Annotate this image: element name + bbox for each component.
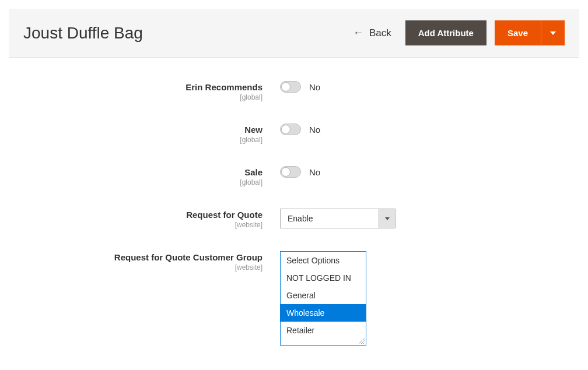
back-link[interactable]: ← Back: [347, 27, 397, 39]
toggle-value-text: No: [309, 125, 320, 135]
multiselect-option[interactable]: Select Options: [281, 252, 366, 269]
toggle-knob-icon: [281, 125, 290, 134]
arrow-left-icon: ←: [353, 27, 363, 39]
select-dropdown-button[interactable]: [379, 209, 395, 228]
field-control: Enable: [280, 209, 576, 228]
caret-down-icon: [550, 31, 556, 35]
label-text: New: [12, 125, 262, 135]
field-label: Request for Quote [website]: [12, 209, 280, 229]
label-scope: [website]: [12, 263, 262, 272]
sale-toggle[interactable]: [280, 166, 301, 178]
toggle-knob-icon: [281, 82, 290, 91]
field-request-for-quote: Request for Quote [website] Enable: [12, 209, 576, 229]
erin-recommends-toggle[interactable]: [280, 81, 301, 93]
label-scope: [global]: [12, 178, 262, 186]
back-label: Back: [369, 27, 391, 39]
multiselect-option[interactable]: NOT LOGGED IN: [281, 269, 366, 287]
label-text: Sale: [12, 167, 262, 177]
label-text: Erin Recommends: [12, 82, 262, 92]
field-control: No: [280, 81, 576, 93]
field-rfq-customer-group: Request for Quote Customer Group [websit…: [12, 251, 576, 346]
toggle-knob-icon: [281, 167, 290, 177]
request-for-quote-select[interactable]: Enable: [280, 209, 396, 228]
multiselect-option[interactable]: General: [281, 287, 366, 304]
multiselect-option[interactable]: Wholesale: [281, 304, 366, 322]
rfq-customer-group-multiselect[interactable]: Select OptionsNOT LOGGED INGeneralWholes…: [280, 251, 366, 346]
new-toggle[interactable]: [280, 124, 301, 135]
select-value: Enable: [281, 209, 379, 228]
field-new: New [global] No: [12, 124, 576, 144]
header-actions: ← Back Add Attribute Save: [347, 20, 565, 45]
label-scope: [website]: [12, 221, 262, 229]
field-sale: Sale [global] No: [12, 166, 576, 186]
save-button[interactable]: Save: [495, 20, 541, 45]
save-button-group: Save: [495, 20, 565, 45]
multiselect-option[interactable]: Retailer: [281, 322, 366, 339]
svg-line-1: [361, 340, 365, 344]
add-attribute-button[interactable]: Add Attribute: [405, 20, 487, 45]
label-scope: [global]: [12, 93, 262, 101]
field-label: Request for Quote Customer Group [websit…: [12, 251, 280, 272]
field-control: No: [280, 166, 576, 178]
field-erin-recommends: Erin Recommends [global] No: [12, 81, 576, 101]
field-control: Select OptionsNOT LOGGED INGeneralWholes…: [280, 251, 576, 346]
save-dropdown-button[interactable]: [541, 20, 565, 45]
form-content: Erin Recommends [global] No New [global]…: [0, 58, 588, 370]
field-label: Sale [global]: [12, 166, 280, 186]
toggle-value-text: No: [309, 167, 320, 177]
label-text: Request for Quote Customer Group: [12, 252, 262, 262]
caret-down-icon: [385, 217, 390, 220]
label-scope: [global]: [12, 136, 262, 144]
svg-line-2: [363, 343, 365, 344]
label-text: Request for Quote: [12, 210, 262, 220]
page-title: Joust Duffle Bag: [23, 24, 143, 43]
field-label: Erin Recommends [global]: [12, 81, 280, 101]
page-header: Joust Duffle Bag ← Back Add Attribute Sa…: [9, 9, 579, 58]
field-label: New [global]: [12, 124, 280, 144]
field-control: No: [280, 124, 576, 135]
toggle-value-text: No: [309, 82, 320, 92]
